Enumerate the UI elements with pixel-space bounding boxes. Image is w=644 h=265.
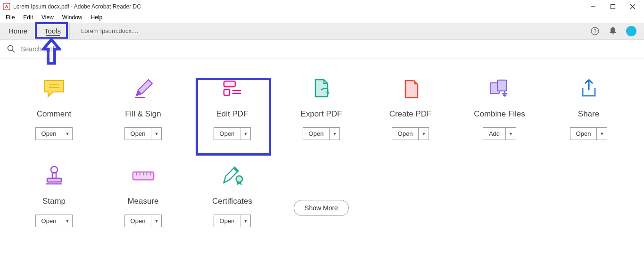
tool-share-open-button[interactable]: Open [570,127,597,140]
tab-tools[interactable]: Tools [36,23,69,39]
tool-fillsign-dropdown[interactable]: ▼ [151,127,162,140]
search-icon [7,44,16,54]
tool-stamp-label: Stamp [42,197,66,206]
avatar[interactable] [626,26,636,36]
tool-exportpdf: Export PDF Open ▼ [277,77,366,140]
tool-comment: Comment Open ▼ [9,77,99,140]
tools-grid: Comment Open ▼ Fill & Sign Open ▼ Edit P… [0,58,644,246]
tab-home-label: Home [8,27,27,35]
tool-comment-label: Comment [37,109,72,119]
menu-window[interactable]: Window [58,13,86,23]
menu-view[interactable]: View [38,13,58,23]
tool-combine-add-button[interactable]: Add [483,127,506,140]
tab-tools-label: Tools [44,27,61,35]
tool-measure: Measure Open ▼ [99,165,188,227]
tool-measure-dropdown[interactable]: ▼ [151,215,162,227]
tool-combine: Combine Files Add ▼ [455,77,544,140]
window-title: Lorem Ipsum.docx.pdf - Adobe Acrobat Rea… [13,3,588,10]
svg-line-9 [12,50,15,52]
tab-bar: Home Tools Lorem Ipsum.docx.... ? [0,23,644,40]
svg-text:A: A [5,4,8,9]
tool-editpdf: Edit PDF Open ▼ [188,77,277,140]
tool-certificates-label: Certificates [212,197,252,206]
tool-exportpdf-open-button[interactable]: Open [303,127,330,140]
menu-help[interactable]: Help [87,13,107,23]
show-more-button[interactable]: Show More [294,200,349,216]
menu-edit[interactable]: Edit [19,13,37,23]
tool-createpdf: Create PDF Open ▼ [366,77,455,140]
title-bar: A Lorem Ipsum.docx.pdf - Adobe Acrobat R… [0,0,644,13]
create-pdf-icon [399,77,422,100]
svg-text:?: ? [594,28,596,34]
stamp-icon [43,165,66,187]
export-pdf-icon [310,77,333,100]
tool-comment-open-button[interactable]: Open [35,127,63,140]
tool-stamp-dropdown[interactable]: ▼ [62,215,73,227]
tool-measure-open-button[interactable]: Open [124,215,152,227]
share-icon [578,77,600,100]
comment-icon [43,77,66,100]
tool-fillsign-label: Fill & Sign [125,109,161,119]
search-bar [0,40,644,58]
svg-rect-14 [224,90,230,95]
tool-editpdf-open-button[interactable]: Open [214,127,241,140]
pen-icon [132,77,155,100]
tool-fillsign: Fill & Sign Open ▼ [99,77,188,140]
combine-files-icon [488,77,511,100]
svg-point-8 [8,45,13,50]
minimize-button[interactable] [588,2,598,11]
tool-exportpdf-dropdown[interactable]: ▼ [330,127,340,140]
tool-createpdf-label: Create PDF [389,109,432,119]
edit-pdf-icon [221,77,244,100]
window-controls [588,2,641,11]
tool-createpdf-open-button[interactable]: Open [392,127,419,140]
search-input[interactable] [21,45,162,53]
svg-point-29 [236,176,242,182]
tool-stamp-open-button[interactable]: Open [35,215,63,227]
menu-file[interactable]: File [2,13,18,23]
ruler-icon [132,165,155,187]
app-icon: A [3,3,10,10]
tool-comment-dropdown[interactable]: ▼ [62,127,73,140]
tool-createpdf-dropdown[interactable]: ▼ [419,127,429,140]
tool-certificates: Certificates Open ▼ [188,165,277,227]
certificate-icon [221,165,244,187]
menu-bar: File Edit View Window Help [0,13,644,23]
tool-share-label: Share [578,109,599,119]
svg-rect-3 [611,5,615,9]
svg-rect-13 [224,81,235,87]
tool-editpdf-label: Edit PDF [216,109,248,119]
bell-icon[interactable] [608,26,618,36]
tool-stamp: Stamp Open ▼ [9,165,99,227]
tool-combine-label: Combine Files [474,109,525,119]
tool-share: Share Open ▼ [544,77,633,140]
tool-fillsign-open-button[interactable]: Open [124,127,152,140]
tab-home[interactable]: Home [0,23,36,39]
show-more-wrap: Show More [277,165,366,227]
tab-document[interactable]: Lorem Ipsum.docx.... [69,23,149,39]
tool-share-dropdown[interactable]: ▼ [597,127,607,140]
svg-rect-21 [47,178,61,182]
tool-editpdf-dropdown[interactable]: ▼ [240,127,251,140]
tool-measure-label: Measure [127,197,158,206]
close-button[interactable] [628,2,637,11]
tool-combine-dropdown[interactable]: ▼ [506,127,516,140]
help-icon[interactable]: ? [590,26,600,36]
tool-certificates-open-button[interactable]: Open [214,215,241,227]
tab-document-label: Lorem Ipsum.docx.... [81,27,138,34]
maximize-button[interactable] [608,2,618,11]
tool-exportpdf-label: Export PDF [301,109,342,119]
svg-rect-18 [497,80,506,91]
tool-certificates-dropdown[interactable]: ▼ [240,215,251,227]
